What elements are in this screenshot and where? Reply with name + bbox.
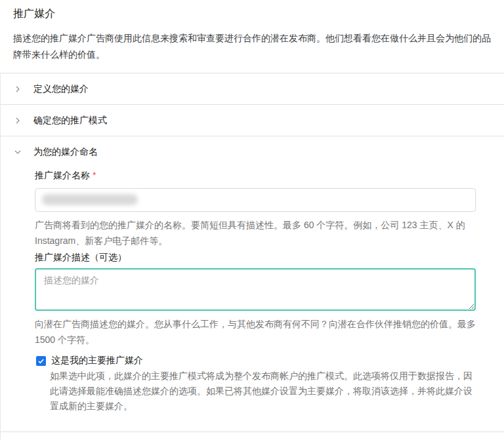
primary-medium-checkbox-label: 这是我的主要推广媒介 (51, 355, 143, 367)
name-medium-form: 推广媒介名称 * 广告商将看到的您的推广媒介的名称。要简短但具有描述性。最多 6… (1, 168, 504, 431)
medium-description-textarea[interactable] (35, 268, 476, 311)
section-name-medium: 为您的媒介命名 推广媒介名称 * 广告商将看到的您的推广媒介的名称。要简短但具有… (1, 136, 504, 432)
medium-name-label-text: 推广媒介名称 (35, 170, 90, 180)
page-title: 推广媒介 (13, 6, 491, 22)
section-define-medium[interactable]: 定义您的媒介 (1, 73, 504, 105)
chevron-right-icon (13, 116, 22, 125)
medium-name-input-wrap (35, 188, 476, 212)
section-label: 定义您的媒介 (33, 83, 89, 95)
section-name-medium-header[interactable]: 为您的媒介命名 (1, 136, 504, 168)
page-header: 推广媒介 描述您的推广媒介广告商使用此信息来搜索和审查要进行合作的潜在发布商。他… (0, 0, 504, 63)
checkmark-icon (37, 357, 45, 365)
section-label: 为您的媒介命名 (33, 146, 98, 158)
section-label: 确定您的推广模式 (33, 115, 107, 127)
page-intro: 描述您的推广媒介广告商使用此信息来搜索和审查要进行合作的潜在发布商。他们想看看您… (13, 30, 494, 63)
sections-accordion: 定义您的媒介 确定您的推广模式 为您的媒介命名 推广媒介名称 * (0, 73, 504, 440)
primary-medium-checkbox[interactable] (36, 356, 46, 366)
section-promotion-model[interactable]: 确定您的推广模式 (1, 105, 504, 136)
medium-name-label: 推广媒介名称 * (35, 169, 476, 182)
medium-name-input[interactable] (35, 188, 476, 212)
required-asterisk: * (93, 170, 96, 180)
primary-medium-help: 如果选中此项，此媒介的主要推广模式将成为整个发布商帐户的推广模式。此选项将仅用于… (50, 369, 478, 414)
chevron-right-icon (13, 85, 22, 94)
medium-description-help: 向潜在广告商描述您的媒介。您从事什么工作，与其他发布商有何不同？向潜在合作伙伴推… (35, 316, 476, 348)
chevron-down-icon (13, 148, 22, 157)
primary-medium-row: 这是我的主要推广媒介 (35, 355, 476, 367)
medium-description-label: 推广媒介描述（可选） (35, 250, 476, 264)
medium-name-help: 广告商将看到的您的推广媒介的名称。要简短但具有描述性。最多 60 个字符。例如，… (35, 217, 476, 249)
section-define-tags[interactable]: 定义您的标签（可选） (1, 432, 504, 440)
promotion-medium-page: 推广媒介 描述您的推广媒介广告商使用此信息来搜索和审查要进行合作的潜在发布商。他… (0, 0, 504, 440)
